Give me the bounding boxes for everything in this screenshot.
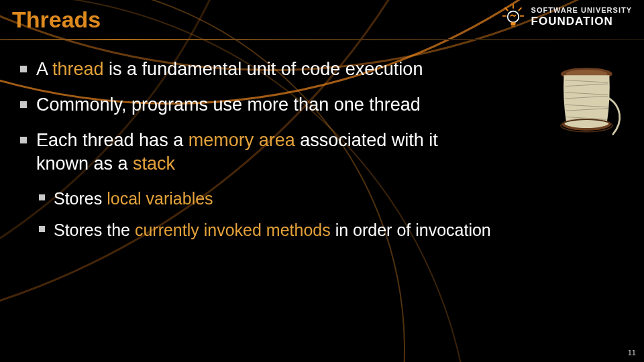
highlight-term: thread xyxy=(52,59,104,79)
highlight-term: stack xyxy=(133,154,175,174)
page-number: 11 xyxy=(628,349,636,357)
bullet-text: in order of invocation xyxy=(331,221,491,239)
bullet-text: Stores xyxy=(54,189,107,208)
brand-line-1: SOFTWARE UNIVERSITY xyxy=(531,7,632,14)
sub-bullet-item: Stores local variables xyxy=(36,188,627,210)
title-underline xyxy=(0,39,644,40)
sub-bullet-item: Stores the currently invoked methods in … xyxy=(36,219,627,241)
lightbulb-idea-icon xyxy=(500,4,526,29)
highlight-term: local variables xyxy=(107,189,213,208)
bullet-item: Commonly, programs use more than one thr… xyxy=(17,93,627,117)
svg-rect-7 xyxy=(511,25,515,26)
highlight-term: currently invoked methods xyxy=(135,221,331,239)
slide-body: A thread is a fundamental unit of code e… xyxy=(17,58,627,250)
svg-point-5 xyxy=(507,11,519,23)
brand-logo: SOFTWARE UNIVERSITY FOUNDATION xyxy=(500,4,632,29)
bullet-text: Stores the xyxy=(54,221,135,239)
bullet-text: is a fundamental unit of code execution xyxy=(104,59,423,79)
slide-title: Threads xyxy=(12,7,101,33)
brand-line-2: FOUNDATION xyxy=(531,15,632,27)
bullet-text: Commonly, programs use more than one thr… xyxy=(36,95,421,115)
bullet-text: Each thread has a xyxy=(36,130,189,150)
svg-rect-6 xyxy=(511,22,515,25)
svg-line-1 xyxy=(505,8,508,11)
bullet-text: A xyxy=(36,59,52,79)
bullet-item: Each thread has a memory area associated… xyxy=(17,129,627,176)
bullet-item: A thread is a fundamental unit of code e… xyxy=(17,58,627,81)
highlight-term: memory area xyxy=(189,130,295,150)
svg-line-2 xyxy=(519,8,521,11)
